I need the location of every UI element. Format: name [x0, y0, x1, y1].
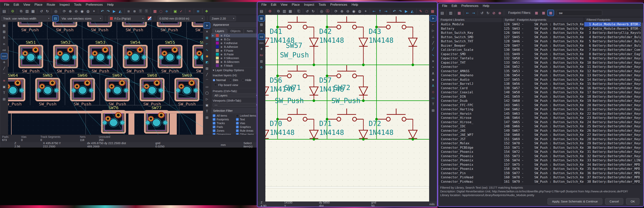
filtered-footprint-row[interactable]: 17Battery:BatteryHolder_Keystone_: [584, 90, 641, 94]
draw-line-icon[interactable]: ╱: [204, 72, 210, 77]
library-item[interactable]: Connector_Hirose: [438, 116, 502, 120]
group-icon[interactable]: ⧈: [126, 8, 132, 14]
assignment-row[interactable]: 142SW60 -SW_Push : Button_Switch_Keyboar…: [502, 99, 584, 103]
assignment-row[interactable]: 157SW75 -SW_Push : Button_Switch_Keyboar…: [502, 163, 584, 167]
zoom-fit-icon[interactable]: ◉: [79, 8, 85, 14]
swap-layers-icon[interactable]: ▩: [152, 8, 158, 14]
filtered-footprint-row[interactable]: 3Battery:BatteryClip_Keystone_54: [584, 31, 641, 35]
component-value[interactable]: 1N4148: [368, 36, 394, 44]
track-width-dropdown[interactable]: Track: use netclass width▾: [2, 16, 51, 21]
component-value[interactable]: 1N4148: [319, 36, 344, 44]
filtered-footprint-row[interactable]: 9Battery:BatteryHolder_Keystone_: [584, 56, 641, 60]
filtered-footprint-row[interactable]: 38Battery:BatteryHolder_MPD_BH-18: [584, 179, 641, 184]
assignments-list[interactable]: 124SW42 -SW_Push : Button_Switch_Keyboar…: [502, 22, 584, 185]
library-item[interactable]: Connector_JAE_WP7: [438, 133, 502, 137]
library-item[interactable]: Connector_PinHead: [438, 175, 502, 179]
filtered-footprint-row[interactable]: 14Battery:BatteryHolder_Keystone_: [584, 77, 641, 82]
draw-line-icon[interactable]: ╱: [430, 40, 436, 46]
text-tool-icon[interactable]: T: [430, 101, 436, 107]
no-connect-icon[interactable]: ✕: [430, 59, 436, 64]
view-footprint-icon[interactable]: ▦: [456, 10, 462, 16]
annotate-ref-icon[interactable]: R#: [258, 52, 264, 58]
pcb-canvas-area[interactable]: SW_PushSW_PushSW_PushSW_PushSW_PushSW_Pu…: [8, 22, 203, 135]
draw-polygon-icon[interactable]: ▷: [204, 96, 210, 102]
library-item[interactable]: Connector_Harwin: [438, 112, 502, 116]
footprint-search-input[interactable]: [557, 10, 602, 16]
library-item[interactable]: Connector_Phoenix: [438, 167, 502, 171]
grid-off-icon[interactable]: ▨: [258, 22, 264, 27]
save-icon[interactable]: ▤: [2, 8, 7, 14]
checkbox-icon[interactable]: ✓: [236, 129, 239, 132]
presets-dropdown[interactable]: All Layers▾: [213, 93, 259, 97]
filter-by-pincount-icon[interactable]: ▦: [540, 10, 546, 16]
ungroup-icon[interactable]: ⧇: [132, 8, 137, 14]
drawing-sheet-icon[interactable]: ▤: [1, 96, 7, 102]
units-inch-icon[interactable]: in: [1, 41, 7, 47]
filter-item-graphics[interactable]: ✓Graphics: [236, 125, 259, 129]
assignment-row[interactable]: 137SW55 -SW_Push : Button_Switch_Keyboar…: [502, 77, 584, 82]
assignment-row[interactable]: 133SW51 -SW_Push : Button_Switch_Keyboar…: [502, 60, 584, 65]
assignment-row[interactable]: 147SW65 -SW_Push : Button_Switch_Keyboar…: [502, 120, 584, 124]
layer-row-b.silkscreen[interactable]: ◉B.Silkscreen: [211, 60, 261, 64]
layer-pair-button[interactable]: [147, 16, 152, 21]
filtered-footprint-row[interactable]: 25Battery:BatteryHolder_Keystone_: [584, 124, 641, 129]
component-ref[interactable]: D41: [270, 28, 282, 35]
assignment-row[interactable]: 154SW72 -SW_Push : Button_Switch_Keyboar…: [502, 150, 584, 154]
global-label-icon[interactable]: A: [430, 83, 436, 88]
filter-item-rule-areas[interactable]: ✓Rule Areas: [236, 129, 259, 132]
cancel-button[interactable]: Cancel: [605, 198, 624, 205]
assignment-row[interactable]: 139SW57 -SW_Push : Button_Switch_Keyboar…: [502, 86, 584, 90]
zoom-fit-icon[interactable]: ◉: [351, 8, 356, 14]
library-item[interactable]: Connector_Hirose_: [438, 120, 502, 124]
library-item[interactable]: Connector_Phoenix: [438, 158, 502, 163]
filtered-footprint-row[interactable]: 1Audio_Module:Reverb_BTDR-1H: [584, 22, 641, 27]
assignment-row[interactable]: 146SW64 -SW_Push : Button_Switch_Keyboar…: [502, 116, 584, 120]
flip-board-checkbox[interactable]: [214, 83, 217, 86]
library-item[interactable]: Capacitor_Tantalu: [438, 56, 502, 60]
filtered-footprint-row[interactable]: 28Battery:BatteryHolder_Keystone_: [584, 137, 641, 141]
net-label-icon[interactable]: A: [430, 71, 436, 76]
flip-icon[interactable]: ▶: [112, 8, 117, 14]
filtered-footprint-row[interactable]: 7Battery:BatteryHolder_Comfortab: [584, 48, 641, 52]
filtered-footprint-row[interactable]: 5Battery:BatteryHolder_Bulgin_BX: [584, 39, 641, 44]
layer-visibility-eye-icon[interactable]: ◉: [220, 38, 222, 41]
layer-color-swatch[interactable]: [216, 49, 219, 52]
place-symbol-icon[interactable]: ▷: [430, 28, 436, 33]
zoom-out-icon[interactable]: ⊖: [74, 8, 79, 14]
layer-color-swatch[interactable]: [216, 57, 219, 59]
filtered-footprint-row[interactable]: 30Battery:BatteryHolder_Keystone_: [584, 146, 641, 150]
library-item[interactable]: Calibration_Scale: [438, 48, 502, 52]
assignment-row[interactable]: 132SW50 -SW_Push : Button_Switch_Keyboar…: [502, 56, 584, 60]
menu-edit[interactable]: Edit: [269, 3, 278, 7]
curved-ratsnest-icon[interactable]: ⌒: [1, 72, 7, 77]
filtered-scrollbar[interactable]: [641, 22, 644, 185]
text-visibility-icon[interactable]: T: [1, 90, 7, 96]
checkbox-icon[interactable]: ✓: [213, 129, 216, 132]
filtered-footprint-row[interactable]: 37Battery:BatteryHolder_MPD_BC200: [584, 175, 641, 179]
filtered-footprint-row[interactable]: 24Battery:BatteryHolder_Keystone_: [584, 120, 641, 124]
assignment-row[interactable]: 150SW68 -SW_Push : Button_Switch_Keyboar…: [502, 133, 584, 137]
component-ref[interactable]: D57: [319, 76, 332, 84]
menu-view[interactable]: View: [21, 3, 32, 7]
polar-coords-icon[interactable]: θ: [1, 35, 7, 41]
assignment-row[interactable]: 151SW69 -SW_Push : Button_Switch_Keyboar…: [502, 137, 584, 141]
paste-icon[interactable]: ⎗: [296, 8, 302, 14]
apply-save-continue-button[interactable]: Apply, Save Schematic & Continue: [548, 198, 602, 205]
filtered-footprint-row[interactable]: 29Battery:BatteryHolder_Keystone_: [584, 141, 641, 146]
library-item[interactable]: Connector_BarrelJ: [438, 82, 502, 86]
ok-button[interactable]: OK: [626, 198, 640, 205]
menu-help[interactable]: Help: [350, 3, 360, 7]
assignment-row[interactable]: 148SW66 -SW_Push : Button_Switch_Keyboar…: [502, 124, 584, 129]
component-label[interactable]: SW_Push: [331, 97, 360, 105]
hierarchy-icon[interactable]: ▥: [258, 59, 264, 64]
save-icon[interactable]: ▤: [259, 8, 264, 14]
mirror-h-icon[interactable]: ◭: [410, 8, 415, 14]
next-unassigned-icon[interactable]: →: [471, 10, 476, 16]
library-item[interactable]: Connector_Coaxial: [438, 90, 502, 94]
net-inspector-icon[interactable]: ⌗: [187, 8, 192, 14]
draw-circle-icon[interactable]: ◯: [204, 90, 210, 96]
layer-row-b.paste[interactable]: ◉B.Paste: [211, 52, 261, 56]
radio-button-icon[interactable]: [213, 79, 215, 81]
nav-forward-icon[interactable]: →: [383, 8, 389, 14]
filtered-footprint-row[interactable]: 12Battery:BatteryHolder_Keystone_: [584, 69, 641, 73]
